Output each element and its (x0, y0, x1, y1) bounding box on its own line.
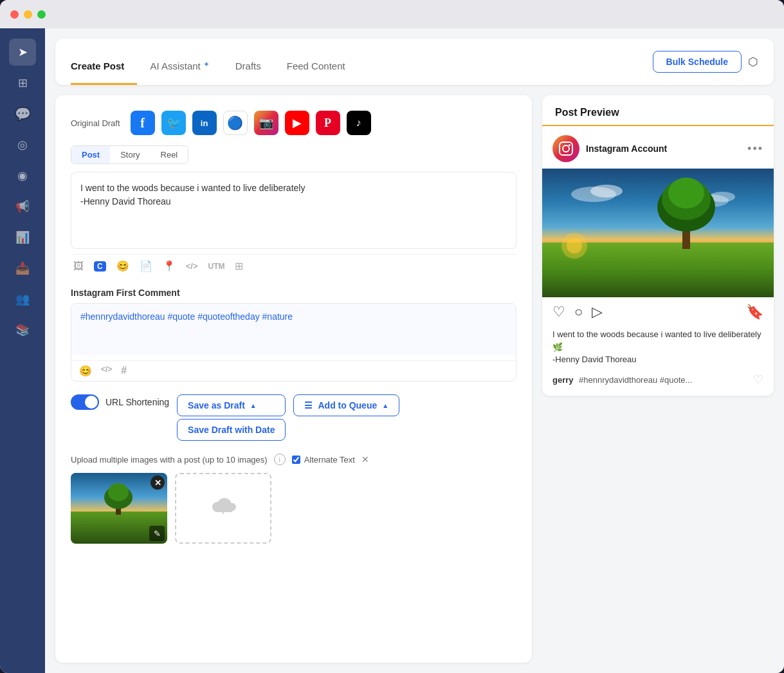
more-options-icon[interactable]: ••• (747, 142, 763, 156)
library-icon: 📚 (15, 323, 30, 337)
post-type-reel[interactable]: Reel (150, 146, 188, 163)
svg-point-22 (567, 238, 582, 254)
info-icon[interactable]: i (274, 454, 286, 465)
svg-point-7 (569, 144, 570, 146)
minimize-button[interactable] (24, 10, 32, 19)
save-draft-chevron-icon: ▲ (250, 402, 257, 409)
image-edit-button[interactable]: ✎ (149, 526, 165, 541)
alt-text-label: Alternate Text (304, 455, 355, 465)
pinterest-platform[interactable]: P (316, 111, 340, 135)
hashtag-username: gerry (552, 375, 574, 385)
svg-point-6 (563, 145, 569, 152)
sidebar: ➤ ⊞ 💬 ◎ ◉ 📢 📊 📥 👥 (0, 28, 45, 673)
comment-code-icon[interactable]: </> (101, 365, 112, 377)
linkedin-platform[interactable]: in (192, 111, 217, 135)
post-type-story[interactable]: Story (110, 146, 150, 163)
sidebar-item-inbox[interactable]: 📥 (9, 255, 36, 282)
preview-account-info: Instagram Account (552, 135, 667, 162)
save-draft-with-date-button[interactable]: Save Draft with Date (177, 419, 286, 441)
comment-icon[interactable]: ○ (574, 304, 583, 320)
facebook-platform[interactable]: f (131, 111, 155, 135)
url-shortening-toggle[interactable] (71, 394, 99, 410)
uploaded-image-1: ✕ ✎ (71, 473, 167, 544)
post-editor-card: Original Draft f 🐦 in (55, 95, 532, 663)
tiktok-platform[interactable]: ♪ (347, 111, 371, 135)
main-content: Create Post AI Assistant ✦ Drafts Feed C… (45, 28, 784, 673)
account-name-label: Instagram Account (586, 143, 667, 154)
sidebar-item-chat[interactable]: 💬 (9, 100, 36, 127)
comment-hashtag-icon[interactable]: # (121, 365, 127, 377)
image-remove-button[interactable]: ✕ (150, 475, 165, 490)
preview-action-icons-left: ♡ ○ ▷ (552, 304, 603, 320)
original-draft-label: Original Draft (71, 118, 120, 128)
sidebar-item-dashboard[interactable]: ⊞ (9, 69, 36, 97)
post-text-input[interactable]: I went to the woods because i wanted to … (71, 172, 516, 249)
bulk-schedule-button[interactable]: Bulk Schedule (653, 51, 742, 73)
external-link-icon[interactable]: ⬡ (748, 55, 758, 69)
preview-heart-icon[interactable]: ♡ (753, 373, 763, 387)
upload-label: Upload multiple images with a post (up t… (71, 455, 268, 465)
people-icon: 👥 (15, 292, 30, 306)
comment-emoji-icon[interactable]: 😊 (79, 365, 92, 377)
content-area: Original Draft f 🐦 in (45, 85, 784, 673)
preview-hashtag-text: gerry #hennrydavidthoreau #quote... (552, 374, 692, 385)
sidebar-item-people[interactable]: 👥 (9, 286, 36, 313)
tab-create-post[interactable]: Create Post (71, 39, 137, 85)
bookmark-icon[interactable]: 🔖 (746, 304, 763, 320)
tab-drafts[interactable]: Drafts (223, 39, 274, 85)
emoji-toolbar-icon[interactable]: 😊 (116, 260, 129, 272)
tab-ai-assistant[interactable]: AI Assistant ✦ (137, 39, 222, 85)
sidebar-item-network[interactable]: ◎ (9, 131, 36, 158)
instagram-avatar (552, 135, 579, 162)
svg-point-4 (108, 483, 129, 501)
svg-rect-5 (560, 142, 572, 155)
sidebar-item-megaphone[interactable]: 📢 (9, 193, 36, 220)
post-preview-card: Post Preview Insta (542, 95, 774, 396)
maximize-button[interactable] (37, 10, 46, 19)
post-type-post[interactable]: Post (71, 146, 110, 163)
preview-hashtags-row: gerry #hennrydavidthoreau #quote... ♡ (542, 373, 774, 396)
sidebar-item-target[interactable]: ◉ (9, 162, 36, 189)
share-icon[interactable]: ▷ (592, 304, 603, 320)
code-toolbar-icon[interactable]: </> (186, 261, 198, 271)
twitter-platform[interactable]: 🐦 (161, 111, 186, 135)
image-toolbar-icon[interactable]: 🖼 (73, 261, 84, 272)
preview-header: Post Preview (542, 95, 774, 126)
close-button[interactable] (10, 10, 19, 19)
google-platform[interactable]: 🔵 (223, 111, 248, 135)
top-navigation: Create Post AI Assistant ✦ Drafts Feed C… (55, 39, 774, 85)
save-as-draft-button[interactable]: Save as Draft ▲ (177, 394, 286, 416)
document-toolbar-icon[interactable]: 📄 (140, 260, 152, 272)
upload-close-icon[interactable]: ✕ (361, 454, 369, 465)
sidebar-item-chart[interactable]: 📊 (9, 224, 36, 251)
c-badge-icon[interactable]: C (94, 261, 106, 272)
grid-icon: ⊞ (18, 76, 28, 90)
alt-text-checkbox[interactable] (292, 456, 300, 464)
target-icon: ◉ (17, 169, 28, 183)
inbox-icon: 📥 (15, 261, 30, 275)
preview-caption: I went to the woods because i wanted to … (542, 327, 774, 373)
editor-toolbar: 🖼 C 😊 📄 📍 </> UTM ⊞ (71, 254, 516, 277)
like-icon[interactable]: ♡ (552, 304, 565, 320)
utm-toolbar-icon[interactable]: UTM (208, 262, 224, 271)
preview-account-row: Instagram Account ••• (542, 126, 774, 169)
preview-title: Post Preview (555, 107, 619, 118)
svg-point-20 (668, 178, 704, 208)
add-to-queue-button[interactable]: ☰ Add to Queue ▲ (293, 394, 399, 416)
location-toolbar-icon[interactable]: 📍 (163, 260, 176, 272)
instagram-platform[interactable]: 📷 (254, 111, 278, 135)
youtube-platform[interactable]: ▶ (285, 111, 309, 135)
post-type-tabs: Post Story Reel (71, 145, 188, 164)
upload-placeholder[interactable] (175, 473, 271, 544)
tab-feed-content[interactable]: Feed Content (274, 39, 358, 85)
sparkle-icon: ✦ (203, 60, 210, 69)
upload-icon (208, 493, 239, 524)
sidebar-item-send[interactable]: ➤ (9, 39, 36, 66)
images-row: ✕ ✎ (71, 473, 516, 544)
first-comment-label: Instagram First Comment (71, 288, 516, 298)
table-toolbar-icon[interactable]: ⊞ (235, 260, 243, 272)
preview-actions-row: ♡ ○ ▷ 🔖 (542, 297, 774, 327)
first-comment-input[interactable]: #hennrydavidthoreau #quote #quoteoftheda… (71, 304, 516, 355)
titlebar (0, 0, 784, 28)
sidebar-item-library[interactable]: 📚 (9, 317, 36, 344)
